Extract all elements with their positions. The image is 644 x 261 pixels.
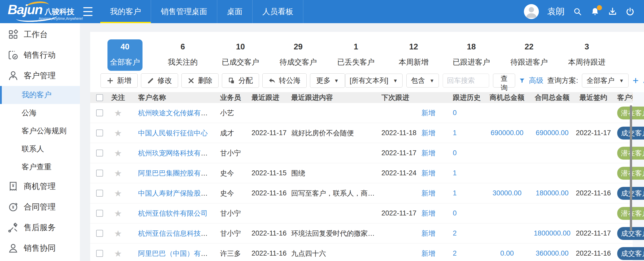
advanced-filter-link[interactable]: 高级 [529, 76, 543, 85]
customer-name-link[interactable]: 杭州映途文化传媒有限公司 [138, 109, 210, 117]
add-follow-link[interactable]: 新增 [421, 109, 435, 117]
sidebar-item-销售行动[interactable]: 销售行动 [0, 45, 80, 65]
customer-name-link[interactable]: 中国人寿财产保险股份有限... [138, 189, 210, 197]
operator-select[interactable]: 包含 ▼ [406, 74, 439, 88]
row-checkbox[interactable] [96, 129, 103, 136]
follow-history-count[interactable]: 1 [453, 169, 457, 177]
follow-history-count[interactable]: 0 [453, 149, 457, 157]
menu-toggle-icon[interactable] [83, 7, 93, 16]
add-follow-link[interactable]: 新增 [421, 250, 435, 257]
分配-button[interactable]: 分配 [222, 73, 259, 88]
opportunity-amount-link[interactable]: 690000.00 [491, 129, 524, 137]
add-follow-link[interactable]: 新增 [421, 169, 435, 177]
select-all-checkbox[interactable] [96, 94, 103, 101]
add-follow-link[interactable]: 新增 [421, 149, 435, 157]
tab-销售管理桌面[interactable]: 销售管理桌面 [151, 0, 217, 23]
customer-name-link[interactable]: 中国人民银行征信中心 [138, 129, 208, 137]
follow-history-count[interactable]: 1 [453, 129, 457, 137]
opportunity-amount-link[interactable]: 30000.00 [492, 189, 522, 197]
customer-name-link[interactable]: 杭州亚信云信息科技有限公司 [138, 230, 210, 237]
favorite-star-icon[interactable]: ★ [114, 129, 122, 137]
avatar[interactable] [524, 4, 539, 19]
row-checkbox[interactable] [96, 170, 103, 177]
add-scheme-icon[interactable] [632, 77, 639, 84]
contract-amount-link[interactable]: 1800000.00 [534, 229, 571, 237]
sidebar-item-合同管理[interactable]: ¥合同管理 [0, 197, 80, 217]
download-icon[interactable] [608, 7, 617, 16]
favorite-star-icon[interactable]: ★ [114, 209, 122, 218]
stat-我关注的[interactable]: 6我关注的 [154, 39, 212, 68]
sidebar-subitem-公海[interactable]: 公海 [0, 104, 80, 122]
sidebar-subitem-客户查重[interactable]: 客户查重 [0, 158, 80, 176]
column-select[interactable]: [所有文本列] ▼ [345, 74, 403, 88]
更多-button[interactable]: 更多▼ [310, 73, 345, 88]
notifications-bell-icon[interactable] [590, 7, 600, 16]
search-icon[interactable] [573, 7, 582, 16]
tab-人员看板[interactable]: 人员看板 [253, 0, 303, 23]
row-checkbox[interactable] [96, 109, 103, 116]
follow-history-count[interactable]: 0 [453, 209, 457, 217]
stat-已丢失客户[interactable]: 1已丢失客户 [327, 39, 385, 68]
tab-桌面[interactable]: 桌面 [217, 0, 253, 23]
add-follow-link[interactable]: 新增 [421, 189, 435, 197]
删除-button[interactable]: 删除 [181, 73, 219, 88]
contract-amount-link[interactable]: 690000.00 [536, 129, 569, 137]
add-follow-link[interactable]: 新增 [421, 230, 435, 237]
add-follow-link[interactable]: 新增 [421, 129, 435, 137]
sidebar-item-工作台[interactable]: 工作台 [0, 24, 80, 45]
customer-name-link[interactable]: 阿里巴巴（中国）有限公司 [138, 250, 210, 257]
current-user-name[interactable]: 袁朗 [547, 6, 565, 18]
sidebar-subitem-联系人[interactable]: 联系人 [0, 140, 80, 158]
query-button[interactable]: 查询 [493, 74, 515, 88]
favorite-star-icon[interactable]: ★ [114, 169, 122, 178]
sidebar-item-销售协同[interactable]: 销售协同 [0, 238, 80, 258]
修改-button[interactable]: 修改 [141, 73, 178, 88]
sidebar-item-商机管理[interactable]: ¥商机管理 [0, 176, 80, 197]
scheme-select[interactable]: 全部客户 ▼ [582, 74, 629, 88]
customer-name-link[interactable]: 杭州玖宠网络科技有限公司 [138, 149, 210, 157]
follow-history-cell: 2 [447, 249, 483, 257]
filter-funnel-icon[interactable] [519, 77, 525, 84]
sidebar-subitem-客户公海规则[interactable]: 客户公海规则 [0, 122, 80, 140]
edit-scheme-icon[interactable] [643, 77, 644, 84]
row-checkbox[interactable] [96, 210, 103, 217]
add-follow-cell: 新增 [415, 209, 447, 218]
row-checkbox[interactable] [96, 150, 103, 156]
follow-history-count[interactable]: 0 [453, 109, 457, 117]
tab-我的客户[interactable]: 我的客户 [100, 0, 151, 23]
vertical-scrollbar[interactable] [630, 105, 632, 231]
stat-已跟进客户[interactable]: 18已跟进客户 [442, 39, 500, 68]
favorite-star-icon[interactable]: ★ [114, 229, 122, 238]
customer-name-link[interactable]: 杭州亚信软件有限公司 [138, 210, 208, 217]
search-input[interactable] [443, 74, 489, 88]
sidebar-item-售后服务[interactable]: 售后服务 [0, 217, 80, 238]
转公海-button[interactable]: 转公海 [262, 73, 307, 88]
stat-待成交客户[interactable]: 29待成交客户 [269, 39, 327, 68]
follow-history-count[interactable]: 1 [453, 189, 457, 197]
add-follow-link[interactable]: 新增 [421, 210, 435, 217]
favorite-star-icon[interactable]: ★ [114, 109, 122, 117]
follow-history-count[interactable]: 2 [453, 229, 457, 237]
power-logout-icon[interactable] [625, 7, 635, 16]
stat-value: 3 [584, 42, 589, 51]
stat-全部客户[interactable]: 40全部客户 [96, 39, 154, 68]
favorite-star-icon[interactable]: ★ [114, 149, 122, 158]
row-checkbox[interactable] [96, 250, 103, 257]
新增-button[interactable]: 新增 [101, 73, 138, 88]
customer-name-link[interactable]: 阿里巴巴集團控股有限公司 [138, 169, 210, 177]
follow-history-count[interactable]: 2 [453, 249, 457, 257]
favorite-star-icon[interactable]: ★ [114, 189, 122, 198]
sidebar-item-客户管理[interactable]: 客户管理 [0, 65, 80, 86]
row-checkbox[interactable] [96, 190, 103, 197]
sidebar-subitem-我的客户[interactable]: 我的客户 [0, 86, 80, 104]
opportunity-amount-link[interactable]: 0.00 [500, 249, 514, 257]
row-checkbox[interactable] [96, 230, 103, 237]
stat-已成交客户[interactable]: 10已成交客户 [212, 39, 269, 68]
stat-本周新增[interactable]: 12本周新增 [385, 39, 442, 68]
customer-status-cell: 成交客户 [613, 227, 644, 240]
stat-待跟进客户[interactable]: 22待跟进客户 [500, 39, 558, 68]
contract-amount-link[interactable]: 360000.00 [536, 249, 569, 257]
stat-本周待跟进[interactable]: 3本周待跟进 [558, 39, 616, 68]
favorite-star-icon[interactable]: ★ [114, 249, 122, 258]
contract-amount-link[interactable]: 180000.00 [536, 189, 569, 197]
